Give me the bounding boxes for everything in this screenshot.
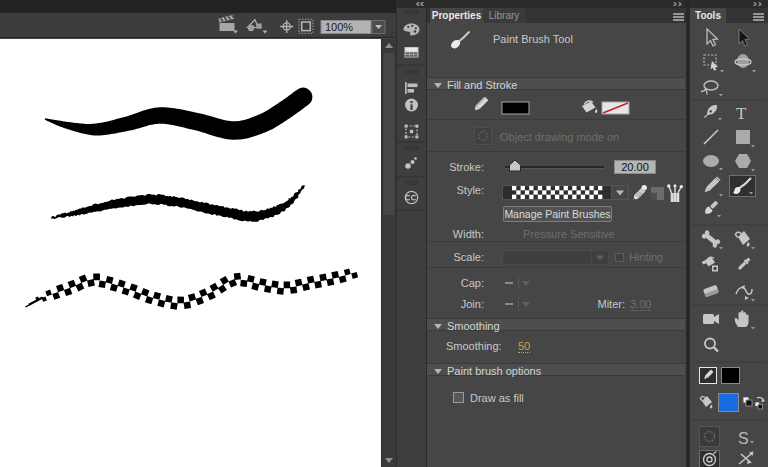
svg-text:T: T [736,104,747,123]
svg-text:100%: 100% [325,21,353,33]
svg-text:S: S [738,430,749,447]
